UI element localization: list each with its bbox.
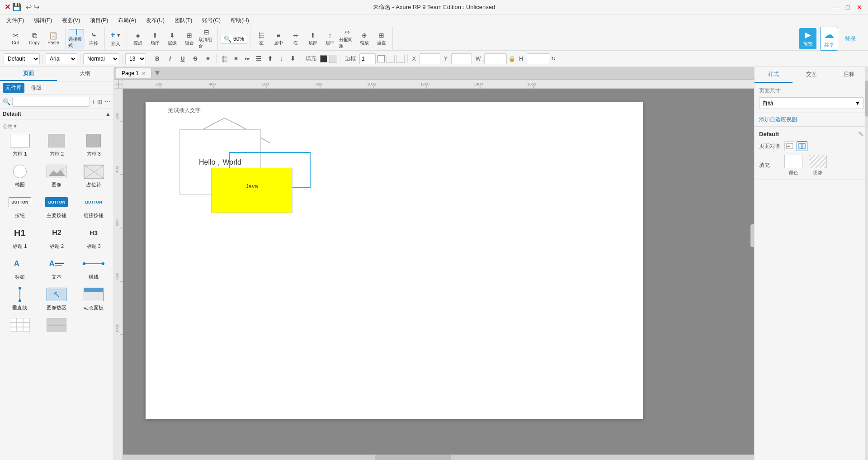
menu-project[interactable]: 项目(P) xyxy=(85,15,113,26)
text-valign-middle[interactable]: ↕ xyxy=(276,53,287,64)
undo-icon[interactable]: ↩ xyxy=(26,3,32,11)
h-input[interactable] xyxy=(527,53,549,64)
component-link-btn[interactable]: BUTTON 链接按钮 xyxy=(76,192,111,220)
text-valign-top[interactable]: ⬆ xyxy=(264,53,275,64)
grid-view-icon[interactable]: ⊞ xyxy=(97,98,103,105)
border-width[interactable] xyxy=(359,53,376,64)
menu-team[interactable]: 团队(T) xyxy=(170,15,197,26)
h-scrollbar[interactable] xyxy=(123,455,754,460)
preview-button[interactable]: ▶ 预览 xyxy=(799,28,816,49)
zoom-in-button[interactable]: ⊕ 缩放 xyxy=(356,29,373,49)
menu-publish[interactable]: 发布(U) xyxy=(142,15,169,26)
strikethrough-button[interactable]: S xyxy=(190,53,201,64)
border-color[interactable] xyxy=(377,55,385,62)
component-primary-btn[interactable]: BUTTON 主要按钮 xyxy=(40,192,74,220)
w-input[interactable] xyxy=(484,53,507,64)
redo-icon[interactable]: ↪ xyxy=(33,3,39,11)
yellow-rect[interactable]: Java xyxy=(211,168,292,213)
tab-interaction[interactable]: 交互 xyxy=(793,67,830,83)
align-center-btn[interactable] xyxy=(797,141,807,151)
align-top-button[interactable]: ⬆ 顶部 xyxy=(305,29,321,49)
add-adaptive-link[interactable]: 添加自适应视图 xyxy=(759,116,797,123)
tab-style[interactable]: 样式 xyxy=(755,67,793,83)
search-input[interactable] xyxy=(12,97,90,107)
x-input[interactable] xyxy=(420,53,440,64)
order-button[interactable]: ⬆ 顺序 xyxy=(147,29,163,49)
component-image[interactable]: 图像 xyxy=(40,161,74,190)
component-vline[interactable]: 垂直线 xyxy=(3,285,37,313)
fill-image-option[interactable]: 图像 xyxy=(809,155,827,176)
align-middle-button[interactable]: ↕ 居中 xyxy=(322,29,338,49)
underline-button[interactable]: U xyxy=(177,53,188,64)
align-left-button[interactable]: ⬱ 左 xyxy=(253,29,269,49)
y-input[interactable] xyxy=(451,53,472,64)
add-page-icon[interactable]: ▼ xyxy=(153,68,161,78)
share-button[interactable]: ☁ 共享 xyxy=(820,27,838,51)
text-align-right[interactable]: ⬰ xyxy=(242,53,253,64)
minimize-button[interactable]: — xyxy=(832,3,840,11)
component-h2[interactable]: H2 标题 2 xyxy=(40,223,74,251)
page-size-select[interactable]: 自动 ▼ xyxy=(759,97,863,109)
tab-pages[interactable]: 页面 xyxy=(0,67,57,81)
align-left-btn[interactable] xyxy=(784,141,795,151)
align-center-button[interactable]: ≡ 居中 xyxy=(270,29,287,49)
component-dynamic[interactable]: 动态面板 xyxy=(76,285,111,313)
connect-button[interactable]: ⤷ 连接 xyxy=(85,29,102,49)
canvas[interactable]: 200 400 600 800 1000 1200 1400 1600 200 … xyxy=(114,80,754,460)
corner-style[interactable] xyxy=(396,55,405,63)
tab-outline[interactable]: 大纲 xyxy=(57,67,114,81)
menu-account[interactable]: 账号(C) xyxy=(198,15,225,26)
points-button[interactable]: ◈ 控点 xyxy=(130,29,146,49)
component-h1[interactable]: H1 标题 1 xyxy=(3,223,37,251)
insert-button[interactable]: + ▼ 插入 xyxy=(108,29,124,49)
weight-dropdown[interactable]: Normal xyxy=(83,53,119,64)
select-mode-button[interactable]: 选择模式 xyxy=(68,29,85,49)
tab-note[interactable]: 注释 xyxy=(830,67,868,83)
text-align-center[interactable]: ≡ xyxy=(231,53,241,64)
layer-button[interactable]: ⬇ 层级 xyxy=(164,29,180,49)
save-icon[interactable]: 💾 xyxy=(12,3,21,11)
right-scrollbar[interactable] xyxy=(865,67,868,460)
align-right-button[interactable]: ⬰ 右 xyxy=(288,29,304,49)
text-valign-bottom[interactable]: ⬇ xyxy=(287,53,298,64)
component-table[interactable] xyxy=(3,315,37,337)
menu-edit[interactable]: 编辑(E) xyxy=(29,15,57,26)
component-repeater[interactable] xyxy=(40,315,74,337)
zoom-control[interactable]: 🔍 60% xyxy=(221,34,247,44)
add-library-icon[interactable]: + xyxy=(92,98,95,105)
copy-button[interactable]: ⧉ Copy xyxy=(25,31,43,46)
component-hline[interactable]: 横线 xyxy=(76,254,111,282)
bold-button[interactable]: B xyxy=(152,53,163,64)
group-button[interactable]: ⊞ 组合 xyxy=(181,29,198,49)
default-edit-icon[interactable]: ✎ xyxy=(858,130,863,138)
sub-tab-masters[interactable]: 母版 xyxy=(28,83,44,93)
ungroup-button[interactable]: ⊟ 取消组合 xyxy=(198,29,215,49)
style-dropdown[interactable]: Default xyxy=(4,53,40,64)
library-collapse-icon[interactable]: ▲ xyxy=(105,111,111,117)
border-style[interactable] xyxy=(387,55,395,63)
distribute-button[interactable]: ⇔ 分配间距 xyxy=(339,29,355,49)
cut-button[interactable]: ✂ Cut xyxy=(6,31,24,46)
page1-tab[interactable]: Page 1 ✕ xyxy=(116,68,151,78)
component-box3[interactable]: 方框 3 xyxy=(76,131,111,159)
italic-button[interactable]: I xyxy=(165,53,175,64)
font-dropdown[interactable]: Arial xyxy=(46,53,77,64)
vertical-button[interactable]: ⊞ 垂直 xyxy=(373,29,390,49)
component-hotspot[interactable]: ↖ 图像热区 xyxy=(40,285,74,313)
design-canvas[interactable]: 测试插入文字 Hello，World xyxy=(146,102,643,419)
menu-layout[interactable]: 布局(A) xyxy=(113,15,141,26)
menu-file[interactable]: 文件(F) xyxy=(2,15,28,26)
text-align-justify[interactable]: ☰ xyxy=(253,53,264,64)
component-button[interactable]: BUTTON 按钮 xyxy=(3,192,37,220)
component-box1[interactable]: 方框 1 xyxy=(3,131,37,159)
menu-view[interactable]: 视图(V) xyxy=(57,15,85,26)
text-align-left[interactable]: ⬱ xyxy=(219,53,230,64)
bullet-button[interactable]: ≡ xyxy=(203,53,213,64)
right-scrollbar-thumb[interactable] xyxy=(865,81,868,117)
page1-tab-close[interactable]: ✕ xyxy=(142,71,146,76)
paste-button[interactable]: 📋 Paste xyxy=(44,31,62,46)
maximize-button[interactable]: □ xyxy=(844,3,852,11)
right-panel-toggle[interactable] xyxy=(750,224,754,247)
size-dropdown[interactable]: 13 xyxy=(125,53,146,64)
fill-color-option[interactable]: 颜色 xyxy=(784,155,802,176)
